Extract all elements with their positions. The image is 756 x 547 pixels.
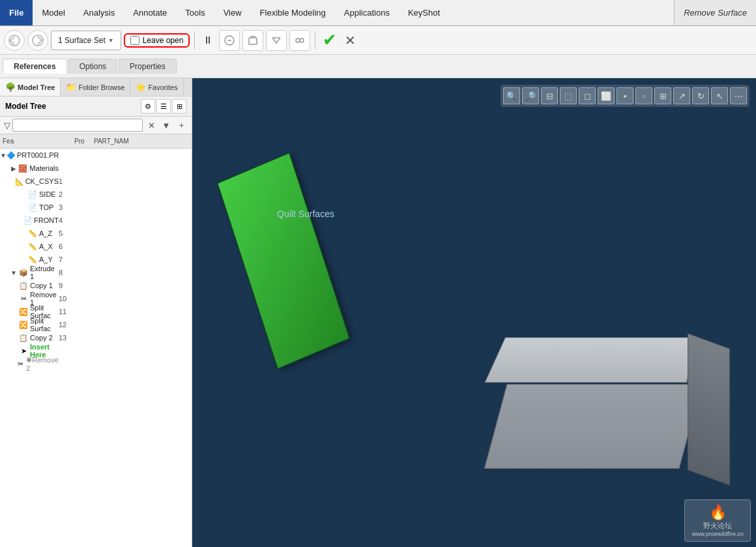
tree-item-icon-15: ➤ — [18, 346, 29, 356]
tree-item-icon-10: 📋 — [18, 280, 29, 291]
nav-back-btn[interactable] — [4, 30, 25, 51]
tree-item-icon-5: 📄 — [23, 215, 33, 226]
tree-item-icon-6: 📏 — [27, 228, 38, 239]
tree-search-down-btn[interactable]: ▼ — [160, 119, 173, 132]
tree-row-14[interactable]: 📋 Copy 2 13 — [0, 331, 192, 344]
tree-row-13[interactable]: 🔀 Split Surfac 12 — [0, 318, 192, 331]
panel-tab-folder-browse-label: Folder Browse — [78, 83, 124, 91]
menu-file[interactable]: File — [0, 0, 33, 25]
main-toolbar: 1 Surface Set ▼ Leave open ⏸ ✔ ✕ — [0, 26, 756, 55]
leave-open-label[interactable]: Leave open — [143, 36, 184, 45]
tree-item-num-4: 3 — [59, 203, 78, 211]
tab-references[interactable]: References — [3, 59, 67, 74]
toolbar-sep-2 — [315, 31, 315, 50]
tree-item-num-5: 4 — [59, 216, 78, 224]
tree-row-10[interactable]: 📋 Copy 1 9 — [0, 279, 192, 292]
tree-item-num-13: 12 — [59, 321, 78, 329]
tree-row-9[interactable]: ▼ 📦 Extrude 1 8 — [0, 266, 192, 279]
tree-search-input[interactable] — [12, 119, 143, 132]
tree-row-2[interactable]: 📐 CK_CSYS 1 — [0, 175, 192, 188]
menu-tools[interactable]: Tools — [176, 0, 214, 25]
tree-search-bar: ▽ ✕ ▼ ＋ — [0, 117, 192, 134]
menu-applications[interactable]: Applications — [335, 0, 399, 25]
tree-row-0[interactable]: ▼ 🔷 PRT0001.PRT — [0, 149, 192, 162]
svg-point-7 — [300, 38, 304, 42]
menu-keyshot[interactable]: KeyShot — [399, 0, 449, 25]
tree-arrow-1[interactable]: ▶ — [9, 165, 18, 172]
watermark-site: www.proewildfire.cn — [691, 531, 744, 537]
quilt-surface — [217, 153, 350, 369]
tree-item-name-5: FRONT — [34, 216, 59, 224]
tree-search-add-btn[interactable]: ＋ — [175, 119, 188, 132]
tree-item-icon-16: ✂ — [16, 359, 25, 369]
tree-item-icon-3: 📄 — [27, 189, 38, 200]
model-tree-header: Model Tree ⚙ ☰ ⊞ — [0, 96, 192, 117]
menu-flexible-modeling[interactable]: Flexible Modeling — [251, 0, 335, 25]
nav-forward-btn[interactable] — [27, 30, 48, 51]
menu-remove-surface[interactable]: Remove Surface — [674, 0, 756, 25]
cancel-button[interactable]: ✕ — [342, 33, 358, 48]
tree-arrow-9[interactable]: ▼ — [9, 269, 18, 276]
tree-row-1[interactable]: ▶ 🧱 Materials — [0, 162, 192, 175]
tree-item-name-9: Extrude 1 — [30, 265, 59, 280]
tree-columns-btn[interactable]: ☰ — [156, 99, 171, 113]
tool-btn-1[interactable] — [242, 30, 263, 51]
tree-row-16[interactable]: ✂ ✱Remove 2 — [0, 357, 192, 370]
watermark-logo: 🔥 — [691, 504, 744, 521]
toolbar-sep-1 — [194, 31, 195, 50]
tree-item-icon-9: 📦 — [18, 267, 29, 278]
panel-tab-folder-browse[interactable]: 📁 Folder Browse — [61, 78, 130, 96]
panel-tab-model-tree[interactable]: 🌳 Model Tree — [0, 78, 61, 96]
viewport[interactable]: 🔍 🔎 ⊟ ⬚ ◻ ⬜ ▪ ▫ ⊞ ↗ ↻ ↖ ⋯ Quilt Surfaces — [192, 78, 756, 547]
tree-item-name-7: A_X — [39, 243, 59, 250]
tree-layers-btn[interactable]: ⊞ — [172, 99, 186, 113]
tree-item-icon-7: 📏 — [27, 241, 38, 252]
menu-model[interactable]: Model — [33, 0, 74, 25]
panel-tab-favorites[interactable]: ⭐ Favorites — [130, 78, 183, 96]
tree-item-num-8: 7 — [59, 256, 78, 263]
tree-row-11[interactable]: ✂ Remove 1 10 — [0, 292, 192, 305]
tree-row-7[interactable]: 📏 A_X 6 — [0, 240, 192, 253]
tool-btn-2[interactable] — [266, 30, 287, 51]
tree-search-clear-btn[interactable]: ✕ — [145, 119, 158, 132]
tree-row-3[interactable]: 📄 SIDE 2 — [0, 188, 192, 201]
watermark: 🔥 野火论坛 www.proewildfire.cn — [684, 499, 751, 542]
box-side-face — [688, 333, 730, 486]
col-header-num — [55, 134, 74, 148]
folder-browse-icon: 📁 — [66, 82, 76, 92]
tree-item-num-14: 13 — [59, 334, 78, 342]
tree-row-6[interactable]: 📏 A_Z 5 — [0, 227, 192, 240]
tree-item-icon-1: 🧱 — [18, 163, 29, 173]
tree-row-8[interactable]: 📏 A_Y 7 — [0, 253, 192, 266]
tree-header-icons: ⚙ ☰ ⊞ — [141, 99, 186, 113]
pause-button[interactable]: ⏸ — [199, 32, 216, 49]
remove-icon-btn[interactable] — [219, 30, 240, 51]
tree-item-name-1: Materials — [29, 164, 59, 172]
box-front-face — [484, 384, 703, 469]
menu-analysis[interactable]: Analysis — [74, 0, 124, 25]
tree-row-5[interactable]: 📄 FRONT 4 — [0, 214, 192, 227]
tree-item-num-11: 10 — [59, 295, 78, 303]
tree-item-name-4: TOP — [39, 203, 59, 211]
tree-item-icon-13: 🔀 — [18, 319, 29, 330]
col-header-pro: Pro — [74, 134, 94, 148]
menu-annotate[interactable]: Annotate — [124, 0, 176, 25]
tree-row-12[interactable]: 🔀 Split Surfac 11 — [0, 305, 192, 318]
tree-row-4[interactable]: 📄 TOP 3 — [0, 201, 192, 214]
tree-settings-btn[interactable]: ⚙ — [141, 99, 155, 113]
tab-options[interactable]: Options — [68, 59, 117, 74]
accept-button[interactable]: ✔ — [320, 31, 340, 50]
surface-set-button[interactable]: 1 Surface Set ▼ — [51, 31, 121, 50]
tree-item-icon-2: 📐 — [15, 176, 24, 186]
tree-arrow-0[interactable]: ▼ — [0, 152, 7, 159]
tree-column-headers: Fea Pro PART_NAM — [0, 134, 192, 149]
svg-point-6 — [296, 38, 300, 42]
menu-view[interactable]: View — [214, 0, 251, 25]
surface-set-label: 1 Surface Set — [58, 36, 106, 45]
box-top-face — [485, 337, 695, 382]
tree-item-name-14: Copy 2 — [30, 334, 59, 342]
tree-item-icon-11: ✂ — [18, 293, 29, 304]
tab-properties[interactable]: Properties — [119, 59, 177, 74]
leave-open-checkbox[interactable] — [130, 36, 139, 45]
tool-btn-3[interactable] — [289, 30, 310, 51]
